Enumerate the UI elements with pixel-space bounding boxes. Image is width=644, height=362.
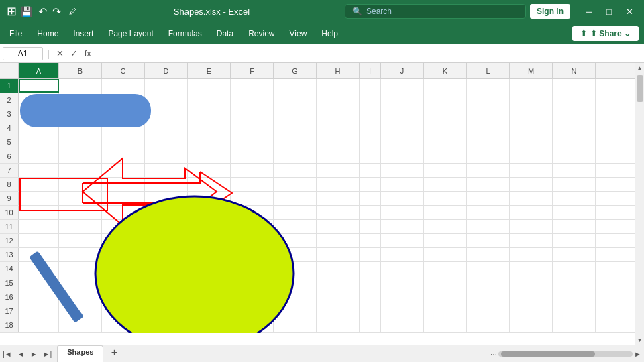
row-num[interactable]: 5 <box>0 135 19 149</box>
h-scroll-right-btn[interactable]: ► <box>634 350 641 358</box>
col-header-d[interactable]: D <box>145 63 188 78</box>
search-icon: 🔍 <box>352 7 362 16</box>
cell-e1[interactable] <box>188 79 231 93</box>
title-bar: ⊞ 💾 ↶ ↷ 🖊 Shapes.xlsx - Excel 🔍 Sign in … <box>0 0 644 23</box>
col-header-c[interactable]: C <box>102 63 145 78</box>
sheet-tab-shapes[interactable]: Shapes <box>57 345 103 362</box>
maximize-button[interactable]: □ <box>600 3 619 19</box>
cell-g1[interactable] <box>274 79 317 93</box>
row-num[interactable]: 8 <box>0 178 19 191</box>
row-num[interactable]: 13 <box>0 248 19 261</box>
main-area: A B C D E F G H I J K L M N 1 <box>0 63 644 362</box>
scroll-down-button[interactable]: ▼ <box>635 335 645 345</box>
col-header-f[interactable]: F <box>231 63 274 78</box>
sign-in-button[interactable]: Sign in <box>530 4 570 19</box>
menu-formulas[interactable]: Formulas <box>162 26 209 41</box>
save-icon[interactable]: 💾 <box>20 5 32 17</box>
menu-bar: File Home Insert Page Layout Formulas Da… <box>0 23 644 44</box>
cell-d1[interactable] <box>145 79 188 93</box>
col-header-b[interactable]: B <box>59 63 102 78</box>
row-num[interactable]: 17 <box>0 304 19 318</box>
cell-h1[interactable] <box>317 79 360 93</box>
cell-i1[interactable] <box>360 79 381 93</box>
row-num[interactable]: 11 <box>0 220 19 233</box>
vertical-scrollbar[interactable]: ▲ ▼ <box>635 63 644 345</box>
menu-page-layout[interactable]: Page Layout <box>101 26 160 41</box>
col-header-k[interactable]: K <box>424 63 467 78</box>
row-num[interactable]: 16 <box>0 290 19 304</box>
share-button[interactable]: ⬆ ⬆ Share ⌄ <box>572 26 639 41</box>
grid-body: A B C D E F G H I J K L M N 1 <box>0 63 644 345</box>
col-header-a[interactable]: A <box>19 63 59 78</box>
menu-help[interactable]: Help <box>315 26 345 41</box>
row-num[interactable]: 7 <box>0 164 19 177</box>
row-num[interactable]: 3 <box>0 107 19 121</box>
table-row: 13 <box>0 248 644 262</box>
autosave-icon: 🖊 <box>67 6 78 17</box>
minimize-button[interactable]: ─ <box>580 3 598 19</box>
cell-b1[interactable] <box>59 79 102 93</box>
cell-reference[interactable]: A1 <box>3 47 43 60</box>
tab-nav-prev[interactable]: ◄ <box>15 349 28 359</box>
col-header-m[interactable]: M <box>510 63 553 78</box>
tab-nav-first[interactable]: |◄ <box>0 349 15 359</box>
table-row: 1 <box>0 79 644 93</box>
row-num[interactable]: 18 <box>0 318 19 332</box>
cancel-formula-button[interactable]: ✕ <box>54 47 66 60</box>
col-header-e[interactable]: E <box>188 63 231 78</box>
row-num[interactable]: 15 <box>0 276 19 290</box>
redo-button[interactable]: ↷ <box>50 4 63 19</box>
cell-c1[interactable] <box>102 79 145 93</box>
menu-review[interactable]: Review <box>241 26 281 41</box>
formula-input-area[interactable] <box>97 44 641 62</box>
cell-k1[interactable] <box>424 79 467 93</box>
undo-button[interactable]: ↶ <box>36 4 49 19</box>
col-header-n[interactable]: N <box>553 63 596 78</box>
row-num[interactable]: 6 <box>0 149 19 163</box>
h-scroll-thumb[interactable] <box>501 351 595 357</box>
horizontal-scrollbar[interactable]: ⋯ ► <box>122 345 644 362</box>
menu-view[interactable]: View <box>283 26 314 41</box>
column-headers: A B C D E F G H I J K L M N <box>0 63 644 79</box>
h-scroll-track[interactable] <box>498 351 633 357</box>
menu-data[interactable]: Data <box>210 26 240 41</box>
row-num[interactable]: 14 <box>0 262 19 276</box>
tab-nav-next[interactable]: ► <box>28 349 40 359</box>
h-scroll-more-btn[interactable]: ⋯ <box>490 351 497 358</box>
appname-label: Excel <box>228 7 250 17</box>
search-input[interactable] <box>366 7 519 16</box>
cell-a1[interactable] <box>19 79 59 93</box>
row-num[interactable]: 2 <box>0 93 19 107</box>
row-num[interactable]: 9 <box>0 192 19 205</box>
table-row: 6 <box>0 149 644 164</box>
table-row: 3 <box>0 107 644 121</box>
row-num[interactable]: 4 <box>0 121 19 135</box>
cell-m1[interactable] <box>510 79 553 93</box>
menu-insert[interactable]: Insert <box>66 26 100 41</box>
confirm-formula-button[interactable]: ✓ <box>68 47 80 60</box>
h-scroll-controls: ⋯ ► <box>490 350 641 358</box>
cell-f1[interactable] <box>231 79 274 93</box>
col-header-j[interactable]: J <box>381 63 424 78</box>
menu-home[interactable]: Home <box>30 26 65 41</box>
row-num[interactable]: 10 <box>0 206 19 219</box>
close-button[interactable]: ✕ <box>620 3 639 19</box>
cell-n1[interactable] <box>553 79 596 93</box>
row-num-1[interactable]: 1 <box>0 79 19 93</box>
menu-file[interactable]: File <box>3 26 29 41</box>
insert-function-button[interactable]: fx <box>82 47 94 60</box>
col-header-l[interactable]: L <box>467 63 510 78</box>
cell-l1[interactable] <box>467 79 510 93</box>
add-sheet-button[interactable]: + <box>106 345 122 360</box>
table-row: 17 <box>0 304 644 318</box>
search-box[interactable]: 🔍 <box>345 4 526 19</box>
scroll-up-button[interactable]: ▲ <box>635 63 645 72</box>
cell-j1[interactable] <box>381 79 424 93</box>
col-header-h[interactable]: H <box>317 63 360 78</box>
row-num[interactable]: 12 <box>0 234 19 247</box>
scroll-track[interactable] <box>635 72 644 335</box>
col-header-g[interactable]: G <box>274 63 317 78</box>
scroll-thumb[interactable] <box>637 75 643 102</box>
col-header-i[interactable]: I <box>360 63 381 78</box>
tab-nav-last[interactable]: ►| <box>40 349 55 359</box>
